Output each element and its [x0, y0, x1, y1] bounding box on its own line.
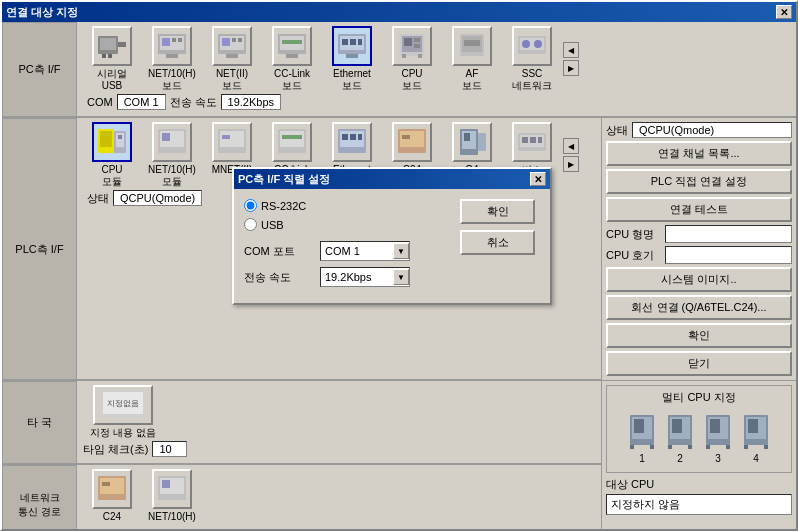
svg-rect-100: [634, 419, 644, 433]
icon-ssc-pc[interactable]: SSC네트워크: [503, 26, 561, 92]
icon-netii-pc-box: [212, 26, 252, 66]
svg-rect-116: [744, 445, 748, 449]
svg-rect-70: [530, 137, 536, 143]
channel-list-btn[interactable]: 연결 채널 목록...: [606, 141, 792, 166]
icon-other-none[interactable]: 지정없음 지정 내용 없음: [83, 385, 163, 439]
icon-cpu-plc[interactable]: CPU모듈: [83, 122, 141, 188]
pc-if-status-bar: COM COM 1 전송 속도 19.2Kbps: [83, 92, 790, 112]
icon-cpu-pc-label: CPU보드: [401, 68, 422, 92]
icon-ethernet-pc-box: [332, 26, 372, 66]
com-port-arrow[interactable]: ▼: [393, 243, 409, 259]
title-bar: 연결 대상 지정 ✕: [2, 2, 796, 22]
dialog-cancel-btn[interactable]: 취소: [460, 230, 535, 255]
other-station-content: 지정없음 지정 내용 없음 타임 체크(초) 10: [77, 381, 601, 464]
svg-rect-110: [710, 419, 720, 433]
icon-cpu-pc-box: [392, 26, 432, 66]
radio-rs232c[interactable]: RS-232C: [244, 199, 452, 212]
speed-value: 19.2Kbps: [221, 94, 281, 110]
com-port-value: COM 1: [321, 245, 393, 257]
svg-rect-71: [538, 137, 542, 143]
icon-cpu-pc[interactable]: CPU보드: [383, 26, 441, 92]
dialog-confirm-btn[interactable]: 확인: [460, 199, 535, 224]
cpu-icon-3[interactable]: 3: [704, 413, 732, 464]
speed-select[interactable]: 19.2Kbps ▼: [320, 267, 410, 287]
icon-ethernet-pc[interactable]: Ethernet보드: [323, 26, 381, 92]
icon-ssc-pc-box: [512, 26, 552, 66]
svg-rect-45: [118, 135, 122, 139]
icon-netii-pc[interactable]: NET(II)보드: [203, 26, 261, 92]
cpu-icon-2[interactable]: 2: [666, 413, 694, 464]
multi-cpu-panel: 멀티 CPU 지정 1 2: [601, 381, 796, 529]
dialog-close-btn[interactable]: ✕: [530, 172, 546, 186]
pc-if-content: 시리얼USB NET/10(H)보드: [77, 22, 796, 117]
icon-serial-usb[interactable]: 시리얼USB: [83, 26, 141, 92]
icon-cclink-pc-box: [272, 26, 312, 66]
svg-rect-30: [414, 38, 420, 42]
icon-net10h-plc-box: [152, 122, 192, 162]
window-title: 연결 대상 지정: [6, 5, 78, 20]
com-port-select[interactable]: COM 1 ▼: [320, 241, 410, 261]
icon-ssc-pc-label: SSC네트워크: [512, 68, 552, 92]
icon-other-none-label: 지정 내용 없음: [90, 427, 156, 439]
icon-net10h-pc-box: [152, 26, 192, 66]
radio-rs232c-input[interactable]: [244, 199, 257, 212]
right-status-label: 상태: [606, 123, 628, 138]
svg-rect-112: [726, 445, 730, 449]
speed-row: 전송 속도 19.2Kbps ▼: [244, 267, 452, 287]
other-station-label: 타 국: [2, 381, 77, 464]
icon-net10h-plc-label: NET/10(H)모듈: [148, 164, 196, 188]
svg-rect-59: [358, 134, 362, 140]
svg-rect-57: [342, 134, 348, 140]
icon-net10h-plc[interactable]: NET/10(H)모듈: [143, 122, 201, 188]
icon-af-pc[interactable]: AF보드: [443, 26, 501, 92]
cpu-num-4: 4: [753, 453, 759, 464]
target-cpu-value: 지정하지 않음: [606, 494, 792, 515]
radio-usb-input[interactable]: [244, 218, 257, 231]
svg-rect-48: [162, 133, 170, 141]
radio-usb[interactable]: USB: [244, 218, 452, 231]
plc-if-scroll-right[interactable]: ▶: [563, 156, 579, 172]
rotation-connect-btn[interactable]: 회선 연결 (Q/A6TEL.C24)...: [606, 295, 792, 320]
close-main-btn[interactable]: 닫기: [606, 351, 792, 376]
cpu-icon-1[interactable]: 1: [628, 413, 656, 464]
speed-form-label: 전송 속도: [244, 270, 314, 285]
direct-connect-btn[interactable]: PLC 직접 연결 설정: [606, 169, 792, 194]
window-close-btn[interactable]: ✕: [776, 5, 792, 19]
cpu-num-3: 3: [715, 453, 721, 464]
pc-if-scroll-right[interactable]: ▶: [563, 60, 579, 76]
icon-net10h-pc[interactable]: NET/10(H)보드: [143, 26, 201, 92]
cpu-type-input[interactable]: [665, 225, 792, 243]
cpu-icon-4[interactable]: 4: [742, 413, 770, 464]
network-text: 네트워크 통신 경로: [18, 491, 61, 519]
svg-rect-13: [222, 38, 230, 46]
icon-g4-plc-box: [452, 122, 492, 162]
other-station-text: 타 국: [27, 415, 52, 430]
plc-if-scroll-left[interactable]: ◀: [563, 138, 579, 154]
cpu-type-row: CPU 형명: [606, 225, 792, 243]
plc-if-text: PLC측 I/F: [15, 242, 63, 257]
plc-status-label: 상태: [87, 191, 109, 206]
pc-if-scroll-left[interactable]: ◀: [563, 42, 579, 58]
svg-rect-4: [108, 54, 112, 58]
com-label: COM: [87, 96, 113, 108]
icon-c24-plc-box: [392, 122, 432, 162]
pc-if-scroll: ◀ ▶: [563, 42, 579, 76]
confirm-main-btn[interactable]: 확인: [606, 323, 792, 348]
icon-net10h-network[interactable]: NET/10(H): [143, 469, 201, 523]
icon-cpu-plc-box: [92, 122, 132, 162]
cpu-number-input[interactable]: [665, 246, 792, 264]
timeout-value[interactable]: 10: [152, 441, 187, 457]
svg-rect-51: [222, 135, 230, 139]
other-station-section: 타 국 지정없음 지정 내용 없음: [2, 381, 601, 465]
svg-rect-24: [350, 39, 356, 45]
network-section: 네트워크 통신 경로 C24: [2, 465, 601, 529]
icon-cclink-pc[interactable]: CC-Link보드: [263, 26, 321, 92]
svg-rect-2: [118, 42, 126, 47]
speed-arrow[interactable]: ▼: [393, 269, 409, 285]
icon-c24-network[interactable]: C24: [83, 469, 141, 523]
icon-mnetii-plc-box: [212, 122, 252, 162]
speed-value: 19.2Kbps: [321, 271, 393, 283]
connect-test-btn[interactable]: 연결 테스트: [606, 197, 792, 222]
cpu-number-row: CPU 호기: [606, 246, 792, 264]
system-image-btn[interactable]: 시스템 이미지..: [606, 267, 792, 292]
